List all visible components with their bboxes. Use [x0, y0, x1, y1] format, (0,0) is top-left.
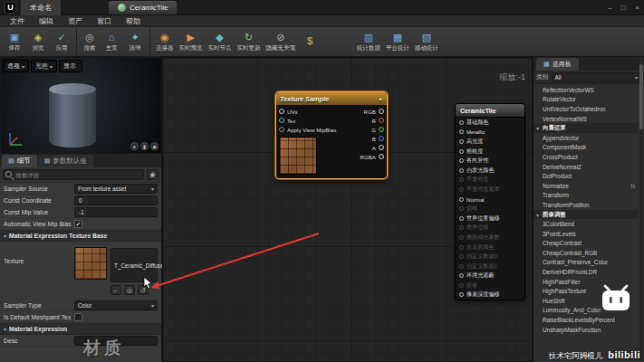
material-input-pin-row[interactable]: 粗糙度 — [456, 147, 524, 157]
texture-asset-tool-icon[interactable]: ◎ — [124, 285, 135, 295]
palette-tab[interactable]: ▦ 选用板 — [536, 58, 579, 71]
material-result-node[interactable]: CeramicTile 基础颜色 Metallic 高光度 — [455, 103, 525, 300]
palette-item[interactable]: ▾ 向量运算 — [533, 123, 638, 133]
output-pin-icon[interactable] — [379, 109, 384, 114]
toolbar-button[interactable]: ◎ 搜索 — [76, 28, 100, 56]
toolbar-button[interactable]: $ — [298, 28, 322, 56]
input-pin-icon[interactable] — [459, 177, 464, 182]
input-pin-icon[interactable] — [459, 158, 464, 163]
node-input-pin-row[interactable]: Apply View MipBias — [279, 125, 336, 134]
palette-item[interactable]: RaiseBlackLevelsByPercent — [533, 315, 638, 325]
palette-item[interactable]: CheapContrast_RGB — [533, 248, 638, 258]
menu-item[interactable]: 窗口 — [90, 16, 119, 26]
palette-item[interactable]: ComponentMask — [533, 143, 638, 153]
node-output-pin-row[interactable]: A — [360, 143, 384, 152]
material-input-pin-row[interactable]: 高光度 — [456, 137, 524, 147]
toolbar-button[interactable]: ⊘ 隐藏无关项 — [264, 28, 299, 56]
menu-item[interactable]: 文件 — [3, 16, 32, 26]
palette-item[interactable]: DeriveNormalZ — [533, 162, 638, 172]
palette-item[interactable]: DeriveHDRFromLDR — [533, 267, 638, 277]
viewport-menu-button[interactable]: 透视 ▾ — [3, 60, 29, 72]
toolbar-button[interactable]: ◉ 连接器 — [149, 28, 177, 56]
node-input-pin-row[interactable]: Tex — [279, 116, 336, 125]
input-pin-icon[interactable] — [459, 139, 464, 144]
toolbar-button[interactable]: ◈ 浏览 — [26, 28, 50, 56]
node-output-pin-row[interactable]: B — [360, 134, 384, 143]
sampler-source-dropdown[interactable]: From texture asset ▾ — [74, 184, 158, 194]
input-pin-icon[interactable] — [459, 129, 464, 134]
viewport-menu-button[interactable]: 光照 ▾ — [31, 60, 57, 72]
node-output-pin-row[interactable]: RGBA — [360, 152, 384, 161]
texture-sample-node[interactable]: Texture Sample ▲ UVs — [275, 91, 388, 179]
node-output-pin-row[interactable]: R — [360, 116, 384, 125]
texture-asset-tool-icon[interactable]: ← — [111, 285, 121, 295]
section-header-texture-base[interactable]: ▾ Material Expression Texture Base — [0, 230, 161, 242]
material-input-pin-row[interactable]: Normal — [456, 195, 524, 205]
toolbar-button[interactable]: ▥ 统计数据 — [354, 28, 383, 56]
palette-item[interactable]: UnsharpMaskFunction — [533, 325, 638, 335]
input-pin-icon[interactable] — [459, 216, 464, 221]
material-editor-tab[interactable]: CeramicTile — [108, 0, 178, 14]
palette-item[interactable]: 3ColorBlend — [533, 219, 638, 229]
preview-viewport[interactable]: 透视 ▾ 光照 ▾ 显示 ● — [0, 57, 162, 154]
preview-sphere-button[interactable]: ● — [130, 142, 139, 150]
menu-item[interactable]: 编辑 — [32, 16, 61, 26]
input-pin-icon[interactable] — [459, 225, 464, 230]
output-pin-icon[interactable] — [379, 118, 384, 123]
input-pin-icon[interactable] — [459, 235, 464, 240]
node-output-pin-row[interactable]: G — [360, 125, 384, 134]
input-pin-icon[interactable] — [459, 168, 464, 173]
material-input-pin-row[interactable]: 自定义数据1 — [456, 262, 524, 272]
input-pin-icon[interactable] — [459, 254, 464, 259]
input-pin-icon[interactable] — [459, 120, 464, 125]
input-pin-icon[interactable] — [279, 118, 284, 123]
material-input-pin-row[interactable]: 基础颜色 — [456, 118, 524, 128]
toolbar-button[interactable]: ◆ 实时节点 — [206, 28, 235, 56]
viewport-menu-button[interactable]: 显示 — [59, 60, 82, 72]
toolbar-button[interactable]: ↻ 实时更新 — [235, 28, 264, 56]
section-header-material-expression[interactable]: ▾ Material Expression — [0, 323, 161, 335]
input-pin-icon[interactable] — [459, 283, 464, 288]
category-dropdown[interactable]: All ▾ — [552, 72, 641, 82]
toolbar-button[interactable]: ▦ 平台统计 — [383, 28, 412, 56]
node-input-pin-row[interactable]: UVs — [279, 107, 336, 116]
palette-scrollbar-thumb[interactable] — [639, 64, 643, 129]
output-pin-icon[interactable] — [379, 136, 384, 141]
input-pin-icon[interactable] — [459, 187, 464, 192]
details-tab[interactable]: ▤ 参数默认值 — [38, 155, 93, 167]
const-coordinate-input[interactable]: 0 — [74, 195, 158, 205]
window-control-button[interactable]: □ — [617, 1, 630, 14]
palette-item[interactable]: UnitVectorToOctahedron — [533, 104, 638, 114]
level-tab[interactable]: 未命名 — [21, 0, 61, 15]
details-search-input[interactable] — [3, 169, 144, 180]
material-input-pin-row[interactable]: 切线 — [456, 204, 524, 214]
window-control-button[interactable]: × — [630, 1, 644, 14]
material-input-pin-row[interactable]: 世界位置偏移 — [456, 214, 524, 224]
palette-item[interactable]: Contrast_Preserve_Color — [533, 258, 638, 268]
input-pin-icon[interactable] — [459, 206, 464, 211]
palette-item[interactable]: AppendVector — [533, 133, 638, 143]
input-pin-icon[interactable] — [459, 273, 464, 278]
input-pin-icon[interactable] — [279, 109, 284, 114]
palette-item[interactable]: TransformPosition — [533, 200, 638, 210]
preview-cylinder-button[interactable]: ▮ — [140, 142, 149, 150]
output-pin-icon[interactable] — [379, 145, 384, 150]
toolbar-button[interactable]: ✦ 清理 — [123, 28, 147, 56]
material-input-pin-row[interactable]: Metallic — [456, 128, 524, 138]
palette-item[interactable]: VertexNormalWS — [533, 114, 638, 124]
material-graph-canvas[interactable]: 缩放:-1 Texture Sample ▲ UVs — [162, 57, 533, 362]
material-input-pin-row[interactable]: 不透明度 — [456, 176, 524, 186]
details-tab[interactable]: ▤ 细节 — [2, 155, 37, 167]
node-output-pin-row[interactable]: RGB — [360, 107, 384, 116]
toolbar-button[interactable]: ▧ 移动统计 — [412, 28, 441, 56]
auto-view-mip-bias-checkbox[interactable]: ✓ — [74, 220, 82, 228]
view-options-icon[interactable]: ◉ — [147, 169, 159, 180]
output-pin-icon[interactable] — [379, 154, 384, 159]
texture-thumbnail[interactable] — [74, 247, 107, 280]
collapse-node-icon[interactable]: ▲ — [378, 96, 383, 101]
material-input-pin-row[interactable]: 环境光遮蔽 — [456, 272, 524, 281]
material-input-pin-row[interactable]: 像素深度偏移 — [456, 291, 524, 300]
input-pin-icon[interactable] — [459, 292, 464, 297]
preview-mesh-button[interactable]: ◆ — [150, 142, 159, 150]
toolbar-button[interactable]: ▣ 保存 — [3, 28, 26, 56]
